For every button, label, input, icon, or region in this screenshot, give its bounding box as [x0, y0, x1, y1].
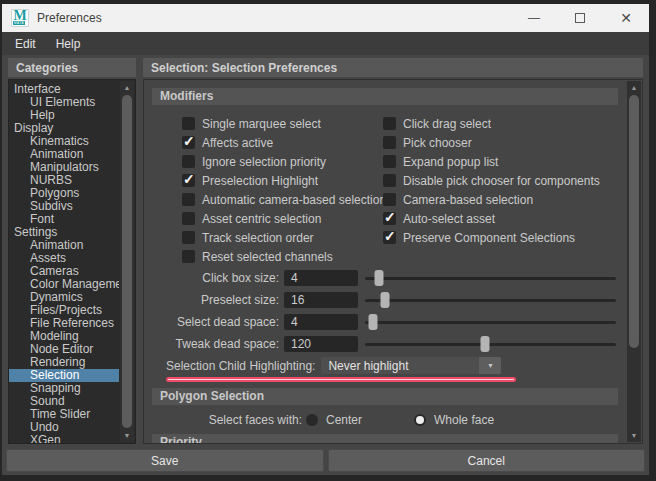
maya-app-icon: M MAYA: [11, 9, 29, 27]
slider-track[interactable]: [365, 270, 616, 286]
slider-track[interactable]: [365, 292, 616, 308]
main-panel: Selection: Selection Preferences Modifie…: [143, 58, 643, 444]
close-button[interactable]: ✕: [603, 4, 649, 32]
checkbox[interactable]: [383, 155, 396, 168]
slider-value-field[interactable]: 16: [284, 292, 358, 308]
category-item[interactable]: File References: [9, 317, 119, 330]
maya-logo-wordmark: MAYA: [13, 21, 25, 25]
checkbox-row: Auto-select asset: [383, 209, 618, 228]
slider-value-field[interactable]: 4: [284, 270, 358, 286]
slider-row: Select dead space: 4: [152, 311, 618, 333]
scroll-down-icon[interactable]: ▼: [627, 429, 641, 442]
window-title: Preferences: [37, 11, 102, 25]
select-faces-row: Select faces with: Center: [152, 411, 618, 429]
category-item[interactable]: Snapping: [9, 382, 119, 395]
menu-item[interactable]: Help: [46, 32, 91, 55]
slider-row: Click box size: 4: [152, 267, 618, 289]
category-item[interactable]: Files/Projects: [9, 304, 119, 317]
child-highlighting-row: Selection Child Highlighting: Never high…: [152, 357, 618, 374]
scroll-up-icon[interactable]: ▲: [120, 81, 134, 94]
checkbox[interactable]: [383, 117, 396, 130]
scroll-up-icon[interactable]: ▲: [627, 81, 641, 94]
checkbox-row: Track selection order: [182, 228, 383, 247]
title-bar: M MAYA Preferences — ✕: [2, 4, 649, 32]
category-item[interactable]: UI Elements: [9, 96, 119, 109]
sidebar-scroll-thumb[interactable]: [122, 95, 132, 428]
save-button[interactable]: Save: [6, 449, 324, 472]
checkbox[interactable]: [383, 231, 396, 244]
category-item[interactable]: Undo: [9, 421, 119, 434]
slider-track[interactable]: [365, 336, 616, 352]
category-item[interactable]: Font: [9, 213, 119, 226]
checkbox-label: Camera-based selection: [403, 193, 533, 207]
checkbox[interactable]: [383, 174, 396, 187]
category-item[interactable]: Node Editor: [9, 343, 119, 356]
annotation-underline: [166, 377, 516, 382]
category-item[interactable]: XGen: [9, 434, 119, 444]
checkbox[interactable]: [182, 193, 195, 206]
slider-value-field[interactable]: 120: [284, 336, 358, 352]
checkbox[interactable]: [182, 136, 195, 149]
maximize-button[interactable]: [557, 4, 603, 32]
window-controls: — ✕: [511, 4, 649, 32]
slider-handle[interactable]: [374, 270, 383, 286]
slider-value-field[interactable]: 4: [284, 314, 358, 330]
category-item[interactable]: Color Management: [9, 278, 119, 291]
category-item[interactable]: Animation: [9, 239, 119, 252]
category-item[interactable]: Interface: [9, 83, 119, 96]
slider-handle[interactable]: [381, 292, 390, 308]
radio-button[interactable]: [414, 414, 426, 426]
sidebar-scroll-track[interactable]: [120, 94, 134, 429]
child-highlighting-dropdown[interactable]: Never highlight ▼: [321, 357, 501, 374]
checkbox[interactable]: [182, 174, 195, 187]
menu-item[interactable]: Edit: [5, 32, 46, 55]
category-item[interactable]: Modeling: [9, 330, 119, 343]
checkbox-row: Reset selected channels: [182, 247, 383, 266]
checkbox-label: Preserve Component Selections: [403, 231, 575, 245]
radio-button[interactable]: [306, 414, 318, 426]
category-item[interactable]: Kinematics: [9, 135, 119, 148]
checkbox[interactable]: [383, 212, 396, 225]
slider-block: Click box size: 4 Preselect size: 16: [152, 267, 618, 355]
checkbox[interactable]: [182, 231, 195, 244]
main-scroll-thumb[interactable]: [629, 95, 639, 348]
radio-option: Whole face: [414, 413, 494, 427]
category-item[interactable]: Polygons: [9, 187, 119, 200]
main-scrollbar[interactable]: ▲ ▼: [627, 81, 641, 442]
maximize-icon: [575, 13, 585, 23]
cancel-button[interactable]: Cancel: [328, 449, 646, 472]
categories-list: ▲ ▼ Interface UI Elements Help Display: [8, 79, 136, 444]
minimize-button[interactable]: —: [511, 4, 557, 32]
category-item[interactable]: Help: [9, 109, 119, 122]
categories-sidebar: Categories ▲ ▼ Interface UI Elements: [8, 58, 136, 444]
category-item[interactable]: Sound: [9, 395, 119, 408]
category-item[interactable]: NURBS: [9, 174, 119, 187]
category-item[interactable]: Assets: [9, 252, 119, 265]
main-scroll-track[interactable]: [627, 94, 641, 429]
slider-track[interactable]: [365, 314, 616, 330]
checkbox[interactable]: [182, 212, 195, 225]
checkbox[interactable]: [182, 250, 195, 263]
category-item[interactable]: Animation: [9, 148, 119, 161]
checkbox[interactable]: [182, 155, 195, 168]
category-item[interactable]: Settings: [9, 226, 119, 239]
menu-bar: Edit Help: [2, 32, 649, 55]
category-item[interactable]: Display: [9, 122, 119, 135]
modifiers-checkbox-grid: Single marquee select Click drag select …: [182, 114, 618, 266]
checkbox[interactable]: [182, 117, 195, 130]
chevron-down-icon[interactable]: ▼: [479, 357, 501, 374]
category-item[interactable]: Subdivs: [9, 200, 119, 213]
category-item[interactable]: Rendering: [9, 356, 119, 369]
checkbox-row: Affects active: [182, 133, 383, 152]
slider-handle[interactable]: [481, 336, 490, 352]
category-item[interactable]: Manipulators: [9, 161, 119, 174]
category-item[interactable]: Dynamics: [9, 291, 119, 304]
sidebar-scrollbar[interactable]: ▲ ▼: [120, 81, 134, 442]
category-item[interactable]: Cameras: [9, 265, 119, 278]
category-item[interactable]: Selection: [9, 369, 119, 382]
scroll-down-icon[interactable]: ▼: [120, 429, 134, 442]
checkbox[interactable]: [383, 193, 396, 206]
category-item[interactable]: Time Slider: [9, 408, 119, 421]
slider-handle[interactable]: [368, 314, 377, 330]
checkbox[interactable]: [383, 136, 396, 149]
